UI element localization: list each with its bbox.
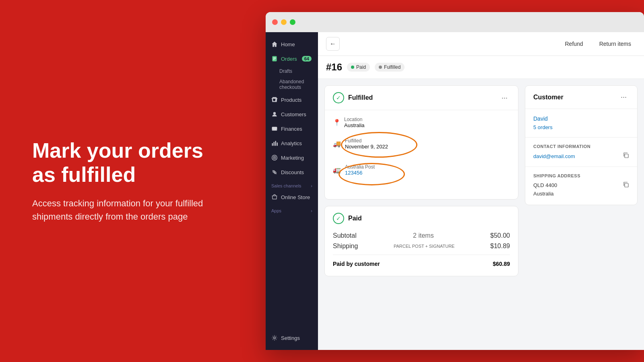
sidebar-item-abandoned[interactable]: Abandoned checkouts (266, 76, 318, 93)
copy-address-button[interactable] (623, 181, 629, 189)
svg-point-12 (274, 157, 275, 158)
sidebar-settings-label: Settings (281, 335, 300, 341)
location-info: Location Australia (344, 117, 365, 128)
svg-point-13 (274, 337, 276, 339)
fulfillment-truck-icon: 🚚 (333, 140, 341, 148)
browser-bar (266, 12, 644, 32)
settings-icon (271, 335, 278, 341)
customer-card-title: Customer (533, 94, 564, 101)
paid-card-title: Paid (348, 215, 362, 222)
svg-point-4 (273, 112, 276, 114)
paid-dot (351, 66, 354, 69)
content-area: ✓ Fulfilled ··· 📍 Location Au (318, 79, 644, 283)
sidebar-item-discounts[interactable]: Discounts (266, 165, 318, 179)
window-close-dot[interactable] (272, 19, 278, 25)
subtotal-items: 2 items (357, 232, 490, 239)
paid-badge: Paid (347, 63, 370, 72)
location-icon: 📍 (333, 119, 341, 126)
order-header: #16 Paid Fulfilled (318, 56, 644, 79)
right-panel: Customer ··· David 5 orders CONTACT INFO… (525, 85, 638, 276)
svg-rect-6 (272, 143, 273, 146)
return-items-button[interactable]: Return items (594, 38, 636, 49)
sidebar-item-analytics[interactable]: Analytics (266, 136, 318, 150)
order-number: #16 (326, 62, 342, 73)
payment-divider (333, 255, 510, 255)
fulfilled-more-button[interactable]: ··· (499, 93, 510, 103)
fulfilled-dot (379, 66, 382, 69)
paid-by-label: Paid by customer (333, 261, 380, 267)
fulfilled-card-title: Fulfilled (348, 94, 373, 101)
back-button[interactable]: ← (326, 37, 340, 51)
paid-card: ✓ Paid Subtotal 2 items $50.00 Shi (324, 206, 518, 276)
contact-section: CONTACT INFORMATION david@email.com (525, 138, 637, 167)
window-minimize-dot[interactable] (281, 19, 287, 25)
customers-icon (271, 111, 278, 117)
shipping-method: PARCEL POST + SIGNATURE (358, 244, 490, 249)
paid-check-icon: ✓ (333, 213, 344, 224)
total-row: Paid by customer $60.89 (333, 258, 510, 269)
topbar-actions: Refund Return items (560, 38, 636, 49)
tracking-info: Australia Post 123456 (345, 164, 375, 176)
orders-icon (271, 56, 278, 62)
address-row: QLD 4400 Australia (533, 181, 629, 198)
sidebar-item-online-store[interactable]: Online Store (266, 190, 318, 204)
shipping-row: Shipping PARCEL POST + SIGNATURE $10.89 (333, 241, 510, 251)
fulfilled-card-header: ✓ Fulfilled ··· (325, 86, 518, 110)
sidebar-item-products[interactable]: Products (266, 93, 318, 107)
sidebar-online-store-label: Online Store (281, 194, 310, 200)
hero-section: Mark your orders as fulfilled Access tra… (0, 115, 258, 247)
paid-card-body: Subtotal 2 items $50.00 Shipping PARCEL … (325, 224, 518, 276)
fulfilled-title-row: ✓ Fulfilled (333, 92, 373, 103)
svg-rect-8 (275, 141, 276, 146)
sidebar-products-label: Products (281, 97, 301, 103)
finances-icon (271, 125, 278, 132)
shipping-amount: $10.89 (490, 243, 510, 250)
refund-button[interactable]: Refund (560, 38, 588, 49)
fulfilled-card: ✓ Fulfilled ··· 📍 Location Au (324, 85, 518, 200)
apps-header: Apps › (266, 204, 318, 215)
discounts-icon (271, 169, 278, 175)
fulfilled-check-icon: ✓ (333, 92, 344, 103)
browser-window: Home Orders 64 Drafts Abandoned checkout… (266, 12, 644, 350)
sidebar-item-customers[interactable]: Customers (266, 107, 318, 121)
products-icon (271, 97, 278, 103)
sidebar-item-settings[interactable]: Settings (266, 331, 318, 345)
sidebar-item-orders[interactable]: Orders 64 (266, 51, 318, 66)
tracking-row: 🚛 Australia Post 123456 (333, 160, 510, 180)
sales-channels-header: Sales channels › (266, 179, 318, 190)
paid-card-header: ✓ Paid (325, 206, 518, 224)
svg-rect-9 (277, 142, 278, 146)
fulfilled-badge: Fulfilled (375, 63, 405, 72)
customer-more-button[interactable]: ··· (618, 92, 629, 102)
svg-rect-15 (625, 183, 628, 187)
main-content: ← Refund Return items #16 Paid Fulfilled (318, 32, 644, 350)
subtotal-amount: $50.00 (490, 232, 510, 239)
sidebar-home-label: Home (281, 41, 295, 47)
fulfillment-details: 🚚 Fulfilled November 9, 2022 🚛 (333, 134, 510, 188)
subtotal-row: Subtotal 2 items $50.00 (333, 230, 510, 241)
contact-section-label: CONTACT INFORMATION (533, 144, 629, 149)
shipping-section: SHIPPING ADDRESS QLD 4400 Australia (525, 167, 637, 205)
sidebar-finances-label: Finances (281, 126, 302, 132)
hero-title: Mark your orders as fulfilled (32, 139, 225, 187)
fulfilled-card-body: 📍 Location Australia (325, 110, 518, 199)
total-amount: $60.89 (493, 261, 510, 267)
customer-email-link[interactable]: david@email.com (533, 153, 575, 159)
sidebar-item-marketing[interactable]: Marketing (266, 150, 318, 165)
sidebar-customers-label: Customers (281, 111, 306, 117)
customer-orders-link[interactable]: 5 orders (533, 124, 553, 130)
sidebar-item-home[interactable]: Home (266, 37, 318, 51)
copy-email-button[interactable] (623, 152, 629, 160)
sidebar-marketing-label: Marketing (281, 155, 304, 161)
fulfillment-date-info: Fulfilled November 9, 2022 (345, 138, 388, 150)
sidebar-item-drafts[interactable]: Drafts (266, 66, 318, 76)
customer-name-link[interactable]: David (533, 115, 629, 122)
tracking-truck-icon: 🚛 (333, 166, 341, 174)
window-maximize-dot[interactable] (290, 19, 295, 25)
svg-rect-14 (625, 154, 628, 158)
customer-card-body: David 5 orders (525, 109, 637, 137)
analytics-icon (271, 140, 278, 146)
sidebar-item-finances[interactable]: Finances (266, 121, 318, 136)
svg-rect-7 (274, 142, 275, 146)
location-row: 📍 Location Australia (333, 117, 510, 128)
